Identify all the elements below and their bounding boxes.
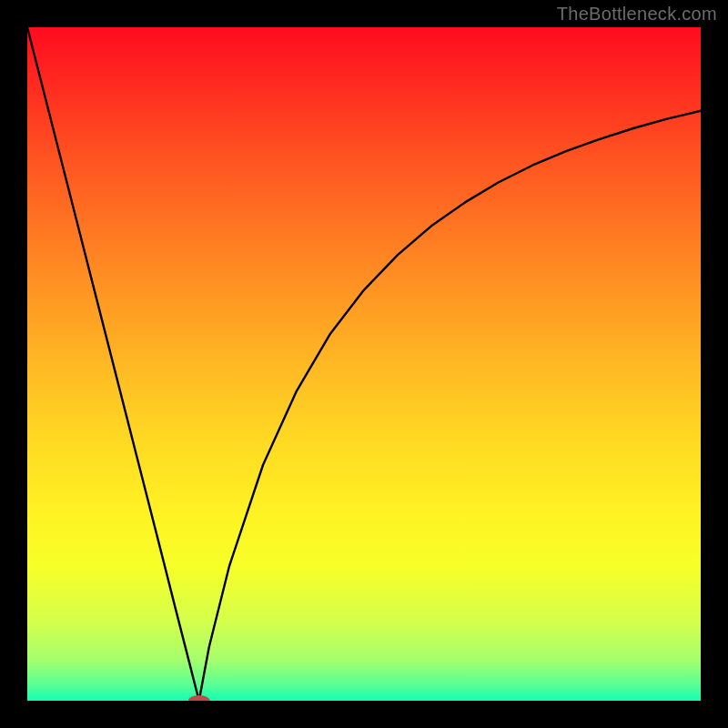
plot-area	[27, 27, 701, 701]
chart-frame: TheBottleneck.com	[0, 0, 728, 728]
plot-svg	[27, 27, 701, 701]
gradient-background	[27, 27, 701, 701]
watermark-text: TheBottleneck.com	[557, 4, 717, 25]
